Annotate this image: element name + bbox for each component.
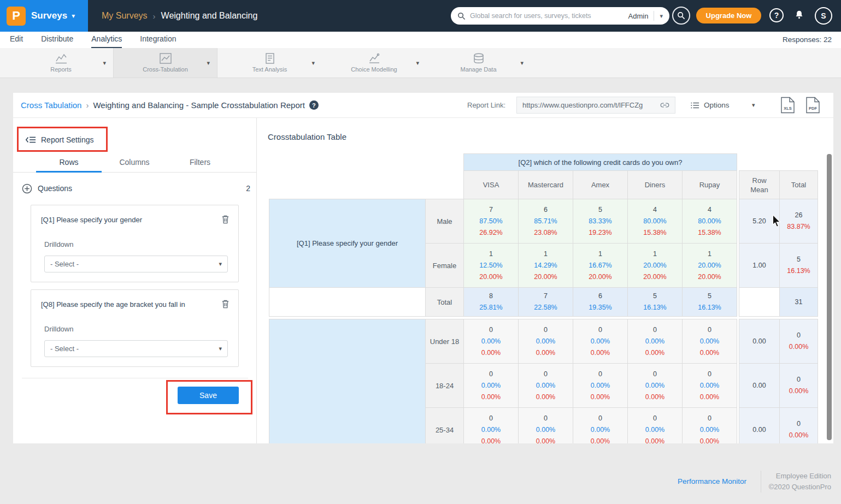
- chevron-down-icon[interactable]: ▾: [520, 60, 524, 67]
- table-cell: 722.58%: [519, 288, 573, 317]
- breadcrumb-current: Weighting and Balancing: [161, 11, 258, 21]
- copyright-line: ©2020 QuestionPro: [768, 482, 831, 493]
- options-menu[interactable]: Options: [691, 93, 730, 117]
- ribbon-reports[interactable]: Reports ▾: [9, 48, 113, 78]
- save-button[interactable]: Save: [178, 387, 239, 404]
- notifications-bell-icon[interactable]: [793, 9, 805, 21]
- export-xls-button[interactable]: XLS: [780, 97, 795, 114]
- link-icon[interactable]: [660, 100, 669, 110]
- table-cell: 116.67%20.00%: [573, 244, 628, 288]
- ribbon-cross-tabulation[interactable]: Cross-Tabulation ▾: [113, 48, 217, 78]
- help-button[interactable]: ?: [769, 8, 784, 22]
- cell-value: 0.00%: [683, 392, 737, 403]
- chevron-down-icon[interactable]: ▾: [103, 60, 106, 67]
- cell-value: 20.00%: [519, 271, 573, 283]
- chevron-down-icon[interactable]: ▾: [752, 102, 755, 109]
- ribbon-text-analysis[interactable]: Text Analysis ▾: [217, 48, 322, 78]
- help-icon[interactable]: ?: [309, 100, 319, 110]
- cell-value: 0: [780, 374, 818, 386]
- row-mean-cell: [739, 288, 780, 317]
- delete-question-button[interactable]: [221, 299, 230, 309]
- xls-file-icon: [780, 97, 795, 114]
- vertical-scrollbar[interactable]: [827, 154, 832, 440]
- crosstab-table-wrap: [Q2] which of the following credit cards…: [269, 153, 822, 443]
- table-cell: 00.00%0.00%: [683, 408, 737, 444]
- performance-monitor-link[interactable]: Performance Monitor: [678, 477, 746, 485]
- surveys-product-menu[interactable]: P Surveys ▾: [0, 0, 88, 32]
- search-placeholder: Global search for users, surveys, ticket…: [470, 12, 628, 20]
- cell-value: 15.38%: [628, 227, 682, 239]
- table-cell: 00.00%0.00%: [628, 319, 683, 364]
- drilldown-select[interactable]: - Select - ▾: [44, 340, 228, 357]
- cell-value: 5: [628, 290, 682, 302]
- table-row: [Q2] which of the following credit cards…: [269, 154, 818, 171]
- table-cell: 112.50%20.00%: [464, 244, 519, 288]
- table-cell: 787.50%26.92%: [464, 199, 519, 244]
- row-total-cell: 31: [780, 288, 818, 317]
- ribbon-choice-modelling[interactable]: Choice Modelling ▾: [322, 48, 426, 78]
- collapse-panel-icon: [25, 135, 36, 144]
- report-title: Weighting and Balancing - Sample Crossta…: [93, 100, 304, 110]
- cell-value: 0: [628, 413, 682, 424]
- chevron-down-icon[interactable]: ▾: [416, 60, 419, 67]
- chevron-down-icon[interactable]: ▾: [660, 13, 663, 20]
- cell-value: 5: [683, 290, 737, 302]
- cell-value: 80.00%: [683, 216, 737, 227]
- cell-value: 0.00%: [519, 336, 573, 347]
- cell-value: 16.13%: [683, 302, 737, 313]
- tab-columns[interactable]: Columns: [102, 154, 167, 173]
- cell-value: 26.92%: [464, 227, 518, 239]
- table-cell: 00.00%0.00%: [573, 408, 628, 444]
- chevron-down-icon[interactable]: ▾: [72, 12, 75, 20]
- report-settings-button[interactable]: Report Settings: [22, 131, 97, 149]
- nav-analytics[interactable]: Analytics: [91, 32, 122, 48]
- search-scope-selector[interactable]: Admin: [628, 12, 649, 20]
- delete-question-button[interactable]: [221, 215, 230, 224]
- report-link-input[interactable]: https://www.questionpro.com/t/lFFCZg: [516, 97, 675, 114]
- table-cell: 120.00%20.00%: [683, 244, 737, 288]
- cell-value: 31: [780, 297, 818, 308]
- table-cell: 00.00%0.00%: [464, 408, 519, 444]
- row-total-cell: 2683.87%: [780, 199, 818, 244]
- cell-value: 0.00%: [573, 436, 627, 444]
- upgrade-now-button[interactable]: Upgrade Now: [696, 8, 761, 23]
- questionpro-logo: P: [7, 7, 26, 26]
- export-pdf-button[interactable]: PDF: [805, 97, 820, 114]
- table-cell: 114.29%20.00%: [519, 244, 573, 288]
- settings-tabs: Rows Columns Filters: [13, 154, 257, 173]
- ribbon-label: Text Analysis: [252, 66, 287, 73]
- cross-tabulation-link[interactable]: Cross Tabulation: [21, 100, 81, 110]
- drilldown-select-value: - Select -: [50, 260, 79, 268]
- breadcrumb-separator: ›: [86, 100, 89, 110]
- table-cell: 00.00%0.00%: [464, 319, 519, 364]
- cell-value: 16.67%: [573, 260, 627, 271]
- cell-value: 0: [683, 324, 737, 336]
- tab-rows[interactable]: Rows: [36, 154, 102, 173]
- search-button[interactable]: [672, 7, 690, 25]
- drilldown-label: Drilldown: [44, 325, 73, 333]
- nav-integration[interactable]: Integration: [140, 32, 176, 48]
- table-cell: 00.00%0.00%: [519, 408, 573, 444]
- chevron-down-icon: ▾: [219, 260, 222, 268]
- cell-value: 6: [519, 204, 573, 216]
- user-avatar[interactable]: S: [815, 7, 832, 25]
- drilldown-select[interactable]: - Select - ▾: [44, 256, 228, 272]
- nav-distribute[interactable]: Distribute: [41, 32, 73, 48]
- report-header-bar: Cross Tabulation › Weighting and Balanci…: [13, 93, 833, 117]
- cell-value: 0.00%: [628, 380, 682, 392]
- tab-filters[interactable]: Filters: [167, 154, 233, 173]
- cell-value: 0: [683, 413, 737, 424]
- global-search-input[interactable]: Global search for users, surveys, ticket…: [451, 7, 669, 25]
- nav-edit[interactable]: Edit: [10, 32, 23, 48]
- cell-value: 20.00%: [628, 260, 682, 271]
- chevron-down-icon[interactable]: ▾: [207, 60, 210, 67]
- ribbon-manage-data[interactable]: Manage Data ▾: [426, 48, 531, 78]
- breadcrumb-my-surveys[interactable]: My Surveys: [102, 11, 148, 21]
- pdf-label: PDF: [805, 106, 820, 111]
- list-options-icon: [691, 102, 699, 109]
- add-question-icon[interactable]: [22, 183, 32, 194]
- cell-value: 8: [464, 290, 518, 302]
- chevron-down-icon[interactable]: ▾: [311, 60, 315, 67]
- questions-count: 2: [246, 184, 250, 193]
- cell-value: 4: [683, 204, 737, 216]
